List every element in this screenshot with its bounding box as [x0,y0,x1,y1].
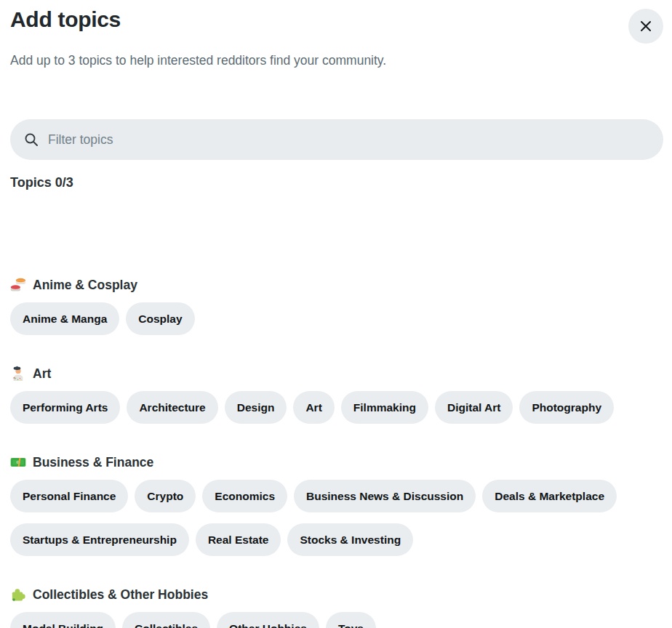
topic-chips-row: Performing ArtsArchitectureDesignArtFilm… [10,391,663,424]
modal-title: Add topics [10,7,121,33]
section-header: Collectibles & Other Hobbies [10,587,663,603]
dollar-banknote-emoji [10,454,26,470]
add-topics-modal: Add topics Add up to 3 topics to help in… [0,0,672,628]
topic-chip-filmmaking[interactable]: Filmmaking [341,391,428,424]
artist-emoji [10,366,26,382]
close-button[interactable] [628,9,663,44]
section-header: Business & Finance [10,454,663,470]
topic-chip-personal-finance[interactable]: Personal Finance [10,480,128,512]
section-title: Art [33,366,51,382]
section-header: Anime & Cosplay [10,277,663,293]
topics-counter: Topics 0/3 [10,175,663,190]
topic-chip-stocks-investing[interactable]: Stocks & Investing [287,523,413,556]
sushi-emoji [10,277,26,293]
topic-chip-anime-manga[interactable]: Anime & Manga [10,302,119,335]
topic-chip-architecture[interactable]: Architecture [127,391,217,424]
topic-sections-list: Anime & Cosplay Anime & MangaCosplay Art… [10,277,663,628]
topic-section-art: Art Performing ArtsArchitectureDesignArt… [10,366,663,424]
topic-chips-row: Anime & MangaCosplay [10,302,663,335]
section-header: Art [10,366,663,382]
topic-chips-row: Model BuildingCollectiblesOther HobbiesT… [10,612,663,628]
close-x-icon [639,19,653,33]
modal-subtitle: Add up to 3 topics to help interested re… [10,53,663,68]
topic-chip-art[interactable]: Art [293,391,334,424]
topic-chip-performing-arts[interactable]: Performing Arts [10,391,120,424]
topic-chips-row: Personal FinanceCryptoEconomicsBusiness … [10,480,663,556]
topic-chip-startups-entrepreneurship[interactable]: Startups & Entrepreneurship [10,523,189,556]
topic-chip-model-building[interactable]: Model Building [10,612,116,628]
topic-chip-economics[interactable]: Economics [202,480,287,512]
topic-chip-other-hobbies[interactable]: Other Hobbies [217,612,319,628]
section-title: Business & Finance [33,455,153,470]
topic-chip-collectibles[interactable]: Collectibles [122,612,210,628]
modal-header: Add topics [10,0,663,44]
topic-section-business-finance: Business & Finance Personal FinanceCrypt… [10,454,663,556]
topic-chip-deals-marketplace[interactable]: Deals & Marketplace [482,480,617,512]
topic-chip-real-estate[interactable]: Real Estate [196,523,281,556]
topic-chip-crypto[interactable]: Crypto [135,480,196,512]
puzzle-piece-emoji [10,587,26,603]
topic-chip-digital-art[interactable]: Digital Art [435,391,513,424]
topic-section-anime-cosplay: Anime & Cosplay Anime & MangaCosplay [10,277,663,335]
topic-chip-photography[interactable]: Photography [519,391,614,424]
topic-chip-toys[interactable]: Toys [326,612,376,628]
magnifying-glass-icon [23,132,39,148]
search-input[interactable] [48,132,650,148]
section-title: Anime & Cosplay [33,278,137,293]
topic-section-collectibles-other-hobbies: Collectibles & Other Hobbies Model Build… [10,587,663,628]
topic-chip-cosplay[interactable]: Cosplay [126,302,194,335]
section-title: Collectibles & Other Hobbies [33,587,208,603]
topic-chip-business-news-discussion[interactable]: Business News & Discussion [294,480,476,512]
filter-topics-searchbar[interactable] [10,119,663,160]
topic-chip-design[interactable]: Design [225,391,287,424]
